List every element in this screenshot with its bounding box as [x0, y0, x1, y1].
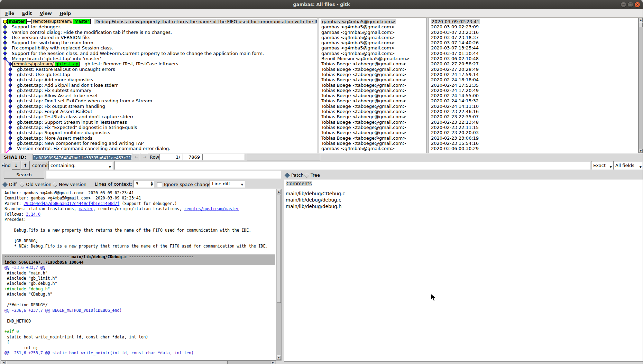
author-row[interactable]: Tobias Boege <taboege@gmail.com>	[319, 67, 426, 72]
diff-hscrollbar[interactable]: ◀ ▶	[1, 361, 276, 364]
maximize-button[interactable]: □	[627, 2, 633, 8]
commit-subject[interactable]: Use version stored in VERSION file.	[11, 35, 92, 40]
commit-row[interactable]: gb.test.tap: Add more diagnostics	[1, 77, 317, 82]
commit-subject[interactable]: Version control dialog: Hide the modific…	[11, 30, 173, 35]
date-row[interactable]: 2020-02-24 14:15:32	[429, 98, 638, 103]
author-row[interactable]: gambas <g4mba5@gmail.com>	[319, 146, 426, 151]
lines-of-context-stepper[interactable]: 3 ▲ ▼	[134, 180, 154, 188]
commit-graph-pane[interactable]: masterremotes/upstream/masterDebug.Fifo …	[1, 18, 317, 153]
author-row[interactable]: gambas <g4mba5@gmail.com>	[319, 30, 426, 35]
find-match-dropdown[interactable]: Exact ▼	[591, 161, 613, 170]
commit-row[interactable]: gb.test.tap: Fix output stream handling	[1, 104, 317, 109]
new-version-radio[interactable]: New version	[52, 181, 86, 188]
author-row[interactable]: Tobias Boege <taboege@gmail.com>	[319, 114, 426, 119]
old-version-radio[interactable]: Old version	[19, 181, 52, 188]
commit-row[interactable]: remotes/upstream/gb.test.tapgb.test: Rem…	[1, 61, 317, 66]
scroll-left-icon[interactable]: ◀	[1, 361, 6, 364]
date-row[interactable]: 2020-02-27 20:28:49	[429, 67, 638, 72]
menu-edit[interactable]: Edit	[21, 10, 33, 16]
commit-subject[interactable]: gb.test.tap: Allow Assert to be reset	[16, 93, 99, 98]
commit-subject[interactable]: Support for debugger.	[11, 24, 62, 29]
author-row[interactable]: Tobias Boege <taboege@gmail.com>	[319, 93, 426, 98]
author-row[interactable]: Tobias Boege <taboege@gmail.com>	[319, 109, 426, 114]
date-row[interactable]: 2020-02-27 20:58:27	[429, 61, 638, 66]
commit-row[interactable]: gb.test.tap: Support Stream input in Tes…	[1, 120, 317, 125]
date-row[interactable]: 2020-03-06 02:10:48	[429, 56, 638, 61]
diff-vscrollbar[interactable]: ▲ ▼	[276, 189, 282, 361]
commit-subject[interactable]: gb.test.tap: Support Stream input in Tes…	[16, 120, 128, 125]
author-row[interactable]: Tobias Boege <taboege@gmail.com>	[319, 130, 426, 135]
commit-row[interactable]: masterremotes/upstream/masterDebug.Fifo …	[1, 19, 317, 24]
commit-row[interactable]: gb.test.tap: Allow Assert to be reset	[1, 93, 317, 98]
date-row[interactable]: 2020-03-07 01:30:44	[429, 51, 638, 56]
date-row[interactable]: 2020-02-23 22:11:15	[429, 125, 638, 130]
commit-subject[interactable]: gb.test.tap: Add SkipAll and don't lose …	[16, 83, 119, 88]
commit-list-scrollbar[interactable]: ▲ ▼	[639, 18, 643, 153]
scrollbar-thumb[interactable]	[639, 22, 643, 27]
author-row[interactable]: Tobias Boege <taboege@gmail.com>	[319, 136, 426, 141]
find-next-icon[interactable]: ↓	[12, 161, 20, 170]
find-fields-dropdown[interactable]: All fields ▼	[613, 161, 643, 170]
menu-help[interactable]: Help	[58, 10, 72, 16]
commit-row[interactable]: gb.test.tap: Forgot Assert.BailOut	[1, 109, 317, 114]
date-row[interactable]: 2020-03-07 23:23:16	[429, 30, 638, 35]
author-row[interactable]: Tobias Boege <taboege@gmail.com>	[319, 61, 426, 66]
date-pane[interactable]: 2020-03-09 02:23:412020-03-09 02:23:0920…	[429, 18, 639, 153]
commit-subject[interactable]: gb.test.tap: Add more diagnostics	[16, 77, 94, 82]
author-row[interactable]: Tobias Boege <taboege@gmail.com>	[319, 77, 426, 82]
commit-subject[interactable]: gb.test.tap: TestStats class and don't c…	[16, 114, 135, 119]
commit-subject[interactable]: gb.test.tap: Support multiline diagnosti…	[16, 130, 111, 135]
commit-subject[interactable]: gb.test.tap: Fix subtest summary	[16, 88, 92, 93]
commit-row[interactable]: Merge branch 'gb.test.tap' into 'master'	[1, 56, 317, 61]
diff-link[interactable]: 7933e4ed4a7db86a36312c4440cf4b1ec14e0d7f	[24, 201, 119, 206]
diff-link[interactable]: master	[79, 206, 93, 211]
file-row[interactable]: main/lib/debug/CDebug.c	[285, 190, 643, 197]
date-row[interactable]: 2020-02-24 18:18:04	[429, 77, 638, 82]
author-pane[interactable]: gambas <g4mba5@gmail.com>gambas <g4mba5@…	[319, 18, 426, 153]
diff-mode-dropdown[interactable]: Line diff ▼	[210, 180, 245, 188]
date-row[interactable]: 2020-03-07 13:25:44	[429, 45, 638, 50]
commit-row[interactable]: gb.test.tap: Add SkipAll and don't lose …	[1, 83, 317, 88]
author-row[interactable]: Tobias Boege <taboege@gmail.com>	[319, 120, 426, 125]
author-row[interactable]: gambas <g4mba5@gmail.com>	[319, 35, 426, 40]
commit-row[interactable]: Fix compatibility with replaced Session …	[1, 45, 317, 50]
file-row[interactable]: main/lib/debug/debug.c	[285, 197, 643, 203]
menu-file[interactable]: File	[4, 10, 16, 16]
date-row[interactable]: 2020-02-24 14:55:00	[429, 93, 638, 98]
commit-row[interactable]: gb.test.tap: More Assert methods	[1, 136, 317, 141]
author-row[interactable]: gambas <g4mba5@gmail.com>	[319, 19, 426, 24]
scroll-up-icon[interactable]: ▲	[639, 18, 643, 22]
author-row[interactable]: Benoît Minisini <g4mba5@gmail.com>	[319, 56, 426, 61]
close-button[interactable]: ✕	[634, 2, 640, 8]
ignore-space-checkbox[interactable]: Ignore space change	[157, 181, 211, 188]
titlebar[interactable]: gambas: All files - gitk − □ ✕	[0, 0, 643, 10]
commit-subject[interactable]: gb.test.tap: More Assert methods	[16, 136, 93, 141]
commit-subject[interactable]: Merge branch 'gb.test.tap' into 'master'	[11, 56, 102, 61]
author-row[interactable]: Tobias Boege <taboege@gmail.com>	[319, 141, 426, 146]
commit-subject[interactable]: Version control: Fix command cancelling …	[16, 146, 171, 151]
file-list-pane[interactable]: Commentsmain/lib/debug/CDebug.cmain/lib/…	[284, 179, 643, 362]
diff-radio[interactable]: Diff	[2, 181, 17, 188]
date-row[interactable]: 2020-03-09 02:23:41	[429, 19, 638, 24]
find-prev-icon[interactable]: ↑	[21, 161, 30, 170]
date-row[interactable]: 2020-02-23 22:35:07	[429, 114, 638, 119]
scroll-down-icon[interactable]: ▼	[277, 355, 281, 360]
date-row[interactable]: 2020-03-09 02:23:09	[429, 24, 638, 29]
date-row[interactable]: 2020-02-23 20:20:03	[429, 130, 638, 135]
author-row[interactable]: Tobias Boege <taboege@gmail.com>	[319, 88, 426, 93]
sha1-input[interactable]: 1a08090954764847bd1fe33395a6411ae453c21d	[32, 154, 132, 160]
author-row[interactable]: Tobias Boege <taboege@gmail.com>	[319, 83, 426, 88]
commit-row[interactable]: Use version stored in VERSION file.	[1, 35, 317, 40]
commit-row[interactable]: gb.test.tap: New component for reading a…	[1, 141, 317, 146]
commit-row[interactable]: gb.test.tap: TestStats class and don't c…	[1, 114, 317, 119]
commit-row[interactable]: Support for switching the main form.	[1, 40, 317, 45]
author-row[interactable]: gambas <g4mba5@gmail.com>	[319, 40, 426, 45]
commit-subject[interactable]: Support for the Session class, and add W…	[11, 51, 265, 56]
file-row[interactable]: Comments	[285, 180, 643, 187]
commit-subject[interactable]: Fix compatibility with replaced Session …	[11, 45, 114, 50]
author-row[interactable]: gambas <g4mba5@gmail.com>	[319, 24, 426, 29]
ref-label[interactable]: remotes/upstream/gb.test.tap	[12, 62, 80, 67]
diff-detail-pane[interactable]: Author: gambas <g4mba5@gmail.com> 2020-0…	[1, 189, 276, 361]
commit-subject[interactable]: Debug.Fifo is a new property that return…	[94, 19, 317, 24]
author-row[interactable]: gambas <g4mba5@gmail.com>	[319, 51, 426, 56]
